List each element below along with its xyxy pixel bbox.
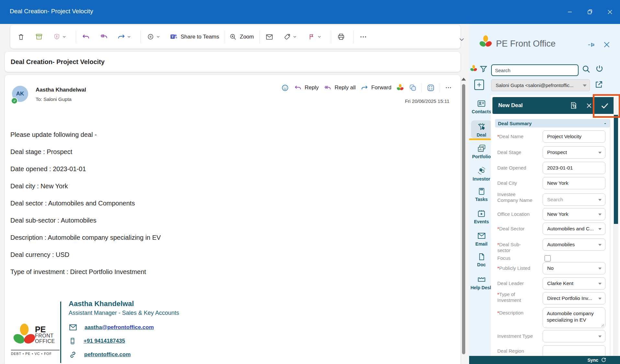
office-location-select[interactable]: New York <box>543 208 605 220</box>
deal-leader-select[interactable]: Clarke Kent <box>543 277 605 290</box>
undo-button[interactable] <box>80 30 91 44</box>
deal-region-input[interactable] <box>543 345 605 356</box>
sidebar-item-doc[interactable]: Doc <box>469 252 494 267</box>
field-label: Date Opened <box>497 165 534 171</box>
categorize-dropdown-chevron[interactable] <box>289 30 300 44</box>
actions-separator <box>440 83 440 92</box>
sidebar-item-portfolio[interactable]: Portfolio <box>469 144 494 159</box>
resize-handle-icon[interactable] <box>601 324 604 327</box>
pe-front-office-logo-icon <box>479 35 493 49</box>
pe-front-office-mini-logo-icon <box>470 65 478 72</box>
preview-document-icon[interactable] <box>569 101 578 110</box>
signature-email-link[interactable]: aastha@pefrontoffice.com <box>85 324 154 331</box>
apps-button[interactable] <box>427 84 435 92</box>
close-panel-button[interactable] <box>603 40 611 49</box>
form-title: New Deal <box>498 102 569 109</box>
panel-app-name: PE Front Office <box>496 39 556 49</box>
comment-dropdown-chevron[interactable] <box>152 30 163 44</box>
signature-website-link[interactable]: pefrontoffice.com <box>84 351 131 358</box>
reply-icon <box>294 84 302 92</box>
reply-button[interactable]: Reply <box>294 84 319 92</box>
forward-button[interactable]: Forward <box>361 84 391 92</box>
phone-icon <box>69 337 76 345</box>
svg-text:$: $ <box>480 169 481 171</box>
deal-name-input[interactable]: Project Velocity <box>543 130 605 143</box>
type-of-investment-select[interactable]: Direct Portfolio Inv... <box>543 292 605 304</box>
sidebar-item-events[interactable]: Events <box>469 209 494 224</box>
filter-icon[interactable] <box>479 65 488 73</box>
pe-front-office-addin-button[interactable] <box>396 84 404 92</box>
forward-dropdown-chevron[interactable] <box>123 30 134 44</box>
toolbar-expand-chevron[interactable] <box>458 36 465 43</box>
body-line: Date opened : 2023-01-01 <box>10 166 161 172</box>
investee-company-select[interactable]: Search <box>543 193 605 206</box>
email-scrollbar-thumb[interactable] <box>462 84 465 354</box>
share-to-teams-button[interactable]: Share to Teams <box>170 30 219 44</box>
field-label: Office Location <box>497 211 534 217</box>
delete-button[interactable] <box>16 30 27 44</box>
field-label: Investment Type <box>497 333 534 339</box>
sidebar-item-help-desk[interactable]: Help Desk <box>469 275 494 290</box>
publicly-listed-select[interactable]: No <box>543 262 605 274</box>
deal-summary-section-header[interactable]: Deal Summary - <box>495 119 610 127</box>
sidebar-item-investor[interactable]: $ Investor <box>469 166 494 182</box>
collapse-section-button[interactable]: - <box>604 120 606 127</box>
scroll-up-arrow[interactable] <box>461 78 466 81</box>
toolbar-separator <box>353 30 354 43</box>
zoom-icon <box>229 33 237 41</box>
field-label: Deal Stage <box>497 149 534 155</box>
sidebar-item-email[interactable]: Email <box>469 231 494 247</box>
search-input[interactable] <box>491 64 579 76</box>
search-icon[interactable] <box>581 64 591 74</box>
restore-button[interactable] <box>580 0 600 24</box>
reply-all-label: Reply all <box>334 84 355 91</box>
reply-all-toolbar-button[interactable] <box>98 30 109 44</box>
close-window-button[interactable] <box>600 0 620 24</box>
minimize-button[interactable] <box>560 0 580 24</box>
emoji-button[interactable] <box>281 84 289 92</box>
mark-read-button[interactable] <box>264 30 275 44</box>
investment-type-select[interactable] <box>543 330 605 342</box>
focus-checkbox[interactable] <box>545 255 551 261</box>
addins-button[interactable] <box>409 84 417 92</box>
more-options-button[interactable] <box>358 30 369 44</box>
signature-phone-link[interactable]: +91 9414187435 <box>84 338 125 344</box>
report-dropdown-chevron[interactable] <box>59 30 70 44</box>
account-selector[interactable]: Saloni Gupta <saloni@pefrontoffic... <box>491 79 590 91</box>
toolbar-separator <box>141 30 141 43</box>
date-opened-input[interactable]: 2023-01-01 <box>543 162 605 174</box>
deal-city-input[interactable]: New York <box>543 177 605 189</box>
deal-sector-select[interactable]: Automobiles and C... <box>543 223 605 235</box>
body-line: Type of investment : Direct Portfolio In… <box>10 269 161 275</box>
message-more-options-button[interactable] <box>445 84 452 91</box>
sidebar-item-tasks[interactable]: Tasks <box>469 187 494 202</box>
zoom-label: Zoom <box>240 34 254 40</box>
reply-all-button[interactable]: Reply all <box>323 84 355 92</box>
sidebar-item-contacts[interactable]: Contacts <box>469 99 494 114</box>
open-external-icon[interactable] <box>594 80 603 89</box>
link-icon <box>69 350 77 359</box>
field-label: *Publicly Listed <box>497 265 534 271</box>
archive-button[interactable] <box>33 30 44 44</box>
deal-sub-sector-select[interactable]: Automobiles <box>543 238 605 251</box>
sync-label: Sync <box>588 358 598 363</box>
print-button[interactable] <box>335 30 346 44</box>
field-label: *Deal Sector <box>497 226 534 232</box>
sidebar-item-deal[interactable]: $ Deal <box>469 122 494 138</box>
flag-dropdown-chevron[interactable] <box>314 30 325 44</box>
sync-refresh-icon[interactable] <box>601 357 606 363</box>
logo-tagline: DEBT • PE • VC • FOF <box>11 350 60 356</box>
add-account-button[interactable] <box>474 80 484 90</box>
description-textarea[interactable]: Automobile company specializing in EV <box>543 307 605 328</box>
deal-stage-select[interactable]: Prospect <box>543 146 605 159</box>
discard-icon[interactable] <box>586 102 592 109</box>
zoom-button[interactable]: Zoom <box>229 30 254 44</box>
pin-panel-button[interactable] <box>587 41 595 49</box>
recipient-line[interactable]: To: Saloni Gupta <box>36 96 72 102</box>
signature-name: Aastha Khandelwal <box>69 300 179 308</box>
power-icon[interactable] <box>595 64 604 73</box>
avatar[interactable]: AK <box>12 86 28 102</box>
panel-scrollbar-thumb[interactable] <box>614 115 618 224</box>
actions-separator <box>422 83 422 92</box>
sender-name[interactable]: Aastha Khandelwal <box>36 87 86 93</box>
